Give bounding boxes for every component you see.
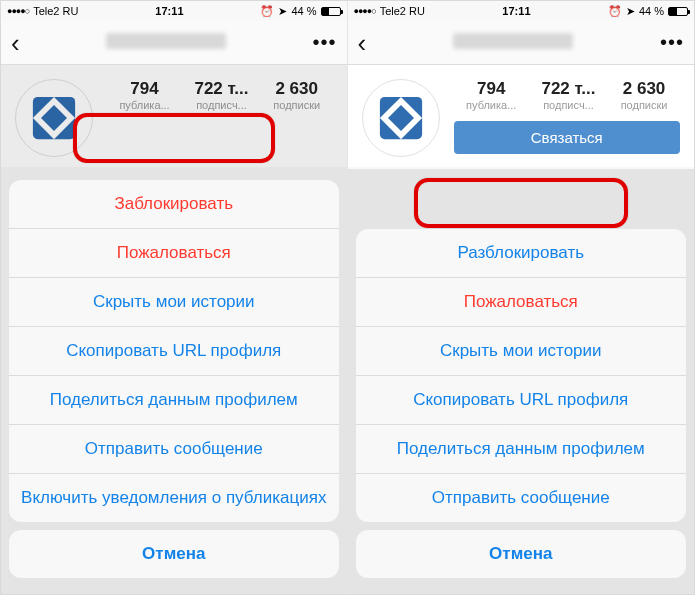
profile-header: 794публика... 722 т...подписч... 2 630по… [348, 65, 695, 167]
stat-followers[interactable]: 722 т...подписч... [541, 79, 595, 111]
battery-pct: 44 % [639, 5, 664, 17]
nav-bar: ‹ ••• [1, 21, 347, 65]
status-time: 17:11 [155, 5, 183, 17]
sheet-share-profile[interactable]: Поделиться данным профилем [356, 425, 687, 474]
stat-following[interactable]: 2 630подписки [621, 79, 668, 111]
sheet-copy-url[interactable]: Скопировать URL профиля [356, 376, 687, 425]
battery-pct: 44 % [291, 5, 316, 17]
sheet-report[interactable]: Пожаловаться [356, 278, 687, 327]
contact-button[interactable]: Связаться [454, 121, 681, 154]
signal-dots: ●●●●○ [7, 6, 29, 16]
sheet-unblock[interactable]: Разблокировать [356, 229, 687, 278]
nav-title [20, 33, 313, 53]
location-icon: ➤ [626, 5, 635, 18]
battery-icon [668, 7, 688, 16]
sheet-cancel[interactable]: Отмена [356, 530, 687, 578]
more-icon[interactable]: ••• [312, 31, 336, 54]
sheet-send-message[interactable]: Отправить сообщение [356, 474, 687, 522]
sheet-report[interactable]: Пожаловаться [9, 229, 339, 278]
alarm-icon: ⏰ [608, 5, 622, 18]
stat-posts[interactable]: 794публика... [466, 79, 516, 111]
nav-title [366, 33, 660, 53]
avatar[interactable] [362, 79, 440, 157]
action-sheet: РазблокироватьПожаловатьсяСкрыть мои ист… [356, 229, 687, 586]
carrier-label: Tele2 RU [33, 5, 78, 17]
sheet-hide-stories[interactable]: Скрыть мои истории [9, 278, 339, 327]
status-bar: ●●●●○ Tele2 RU 17:11 ⏰ ➤ 44 % [348, 1, 695, 21]
location-icon: ➤ [278, 5, 287, 18]
nav-bar: ‹ ••• [348, 21, 695, 65]
carrier-label: Tele2 RU [380, 5, 425, 17]
sheet-options: ЗаблокироватьПожаловатьсяСкрыть мои исто… [9, 180, 339, 522]
sheet-cancel-group: Отмена [356, 530, 687, 578]
action-sheet: ЗаблокироватьПожаловатьсяСкрыть мои исто… [9, 180, 339, 586]
alarm-icon: ⏰ [260, 5, 274, 18]
profile-stats: 794публика... 722 т...подписч... 2 630по… [454, 79, 681, 111]
avatar-logo-icon [375, 92, 427, 144]
sheet-copy-url[interactable]: Скопировать URL профиля [9, 327, 339, 376]
sheet-options: РазблокироватьПожаловатьсяСкрыть мои ист… [356, 229, 687, 522]
status-time: 17:11 [502, 5, 530, 17]
sheet-block[interactable]: Заблокировать [9, 180, 339, 229]
phone-right: ●●●●○ Tele2 RU 17:11 ⏰ ➤ 44 % ‹ ••• [348, 1, 695, 594]
sheet-enable-notifications[interactable]: Включить уведомления о публикациях [9, 474, 339, 522]
sheet-cancel[interactable]: Отмена [9, 530, 339, 578]
more-icon[interactable]: ••• [660, 31, 684, 54]
back-icon[interactable]: ‹ [358, 30, 367, 56]
sheet-send-message[interactable]: Отправить сообщение [9, 425, 339, 474]
sheet-share-profile[interactable]: Поделиться данным профилем [9, 376, 339, 425]
signal-dots: ●●●●○ [354, 6, 376, 16]
status-bar: ●●●●○ Tele2 RU 17:11 ⏰ ➤ 44 % [1, 1, 347, 21]
phone-left: ●●●●○ Tele2 RU 17:11 ⏰ ➤ 44 % ‹ ••• [1, 1, 348, 594]
back-icon[interactable]: ‹ [11, 30, 20, 56]
sheet-cancel-group: Отмена [9, 530, 339, 578]
battery-icon [321, 7, 341, 16]
sheet-hide-stories[interactable]: Скрыть мои истории [356, 327, 687, 376]
